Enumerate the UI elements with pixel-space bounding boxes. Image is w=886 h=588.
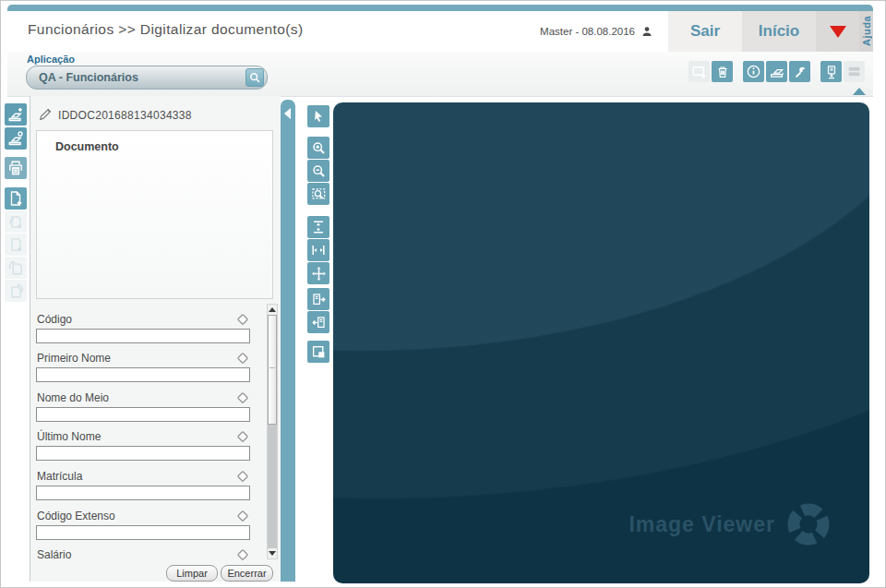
- zoom-out-icon: [311, 163, 327, 179]
- down-triangle-icon: [269, 551, 276, 556]
- fit-window-button[interactable]: [307, 341, 329, 363]
- form-field-row: Último Nome: [36, 430, 262, 469]
- form-field-row: Código: [36, 313, 262, 352]
- menu-dropdown-button[interactable]: [816, 11, 859, 52]
- next-page-icon: [311, 292, 327, 307]
- red-arrow-down-icon: [830, 26, 846, 38]
- fit-window-icon: [311, 344, 327, 360]
- rotate-page-right-button: [5, 280, 27, 302]
- field-input-codigo[interactable]: [36, 329, 250, 343]
- top-accent-bar: [7, 5, 873, 11]
- scanner-settings-button[interactable]: [789, 61, 810, 82]
- pencil-icon: [38, 106, 54, 122]
- page-append-icon: [7, 213, 24, 230]
- page-rotate-left-icon: [7, 259, 24, 276]
- export-document-icon: [824, 65, 839, 79]
- image-viewer-canvas[interactable]: Image Viewer: [333, 102, 869, 583]
- close-button[interactable]: Encerrar: [221, 565, 273, 582]
- add-page-button: [688, 61, 710, 82]
- trash-icon: [715, 65, 730, 79]
- index-tag-icon: [234, 428, 251, 445]
- zoom-selection-button[interactable]: [307, 183, 329, 205]
- field-label: Matrícula: [37, 470, 82, 483]
- form-field-row: Nome do Meio: [36, 391, 262, 430]
- home-button[interactable]: Início: [742, 11, 816, 52]
- wrench-icon: [793, 65, 808, 79]
- index-tag-icon: [234, 390, 251, 406]
- scroll-down-arrow[interactable]: [268, 548, 277, 558]
- pointer-tool-button[interactable]: [307, 105, 329, 127]
- field-label: Último Nome: [37, 430, 101, 443]
- scrollbar-track[interactable]: [268, 424, 277, 548]
- export-document-button[interactable]: [820, 61, 842, 82]
- new-document-button[interactable]: [5, 187, 27, 210]
- fit-height-icon: [311, 220, 326, 234]
- zoom-in-icon: [311, 140, 327, 156]
- header: Funcionários >> Digitalizar documento(s)…: [7, 11, 873, 52]
- document-thumbnails-box[interactable]: Documento: [36, 130, 273, 299]
- field-label: Salário: [37, 548, 71, 561]
- logout-button[interactable]: Sair: [668, 11, 742, 52]
- field-label: Código Extenso: [37, 510, 115, 522]
- field-input-codigo-extenso[interactable]: [36, 525, 250, 540]
- scan-settings-icon: [7, 130, 24, 147]
- pan-icon: [311, 266, 327, 282]
- application-bar: Aplicação QA - Funcionários: [7, 52, 873, 97]
- watermark-text: Image Viewer: [629, 512, 775, 537]
- field-input-nome-do-meio[interactable]: [36, 407, 250, 422]
- scan-plus-icon: [7, 106, 24, 123]
- scroll-up-arrow[interactable]: [268, 305, 277, 315]
- fit-width-button[interactable]: [307, 239, 329, 261]
- index-tag-icon: [234, 311, 251, 328]
- toolbar-gap: [735, 61, 741, 82]
- zoom-in-button[interactable]: [307, 137, 329, 159]
- document-info-button[interactable]: [743, 61, 764, 82]
- zoom-out-button[interactable]: [307, 160, 329, 182]
- page-star-icon: [7, 236, 24, 253]
- replace-page-button: [5, 234, 27, 256]
- zoom-selection-icon: [311, 186, 327, 202]
- index-tag-icon: [234, 508, 251, 524]
- scan-options-button[interactable]: [5, 127, 27, 150]
- view-list-button: [844, 61, 865, 82]
- document-section-title: Documento: [55, 140, 272, 153]
- pointer-icon: [311, 109, 326, 124]
- user-label: Master - 08.08.2016: [540, 26, 635, 37]
- panel-splitter[interactable]: [281, 100, 295, 582]
- form-field-row: Código Extenso: [36, 510, 262, 548]
- field-input-matricula[interactable]: [36, 486, 250, 500]
- up-triangle-icon: [269, 307, 276, 312]
- next-page-button[interactable]: [307, 288, 329, 310]
- document-toolbar: [688, 61, 865, 82]
- scan-sidebar: [3, 100, 29, 582]
- info-icon: [746, 64, 761, 79]
- viewer-watermark: Image Viewer: [629, 500, 832, 548]
- previous-page-button[interactable]: [307, 311, 329, 333]
- application-select[interactable]: QA - Funcionários: [26, 66, 268, 90]
- index-tag-icon: [234, 546, 251, 563]
- import-from-file-button[interactable]: [5, 157, 27, 179]
- form-field-row: Matrícula: [36, 470, 262, 509]
- field-input-ultimo-nome[interactable]: [36, 446, 250, 461]
- form-field-row: Primeiro Nome: [36, 352, 262, 390]
- list-icon: [846, 64, 862, 79]
- field-label: Primeiro Nome: [37, 352, 111, 365]
- delete-document-button[interactable]: [712, 61, 733, 82]
- help-tab[interactable]: Ajuda: [859, 11, 873, 52]
- pan-button[interactable]: [307, 262, 329, 284]
- clear-button[interactable]: Limpar: [166, 565, 218, 582]
- field-input-primeiro-nome[interactable]: [36, 367, 250, 382]
- scan-new-document-button[interactable]: [5, 103, 27, 126]
- user-icon: [641, 25, 653, 38]
- field-label: Nome do Meio: [37, 391, 109, 404]
- form-scrollbar[interactable]: [267, 304, 278, 559]
- scrollbar-thumb[interactable]: [268, 315, 277, 425]
- toolbar-gap: [812, 61, 819, 82]
- application-value: QA - Funcionários: [39, 71, 245, 84]
- fit-height-button[interactable]: [307, 216, 329, 238]
- page-plus-icon: [7, 190, 24, 207]
- application-search-button[interactable]: [245, 68, 264, 87]
- scan-button[interactable]: [766, 61, 787, 82]
- collapse-toolbar-arrow[interactable]: [853, 88, 866, 95]
- scanner-icon: [769, 64, 784, 79]
